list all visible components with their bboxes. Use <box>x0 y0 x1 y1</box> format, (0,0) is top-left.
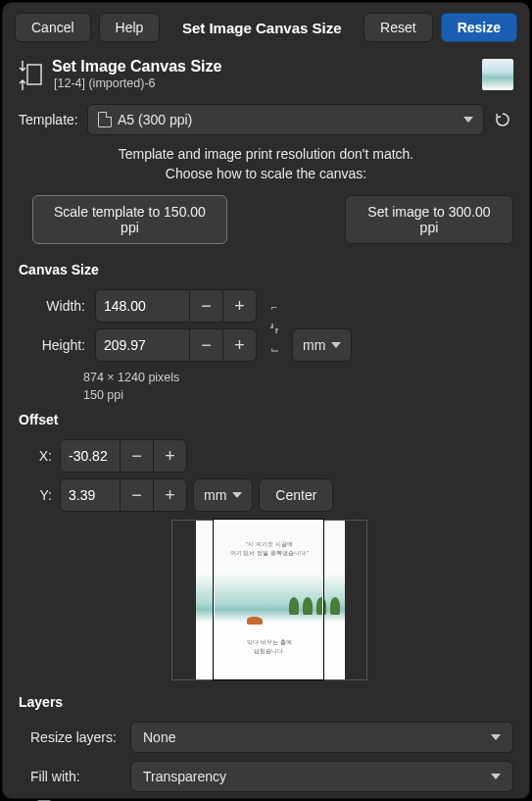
set-image-ppi-button[interactable]: Set image to 300.00 ppi <box>345 195 513 244</box>
width-spinner[interactable]: − + <box>95 289 257 323</box>
template-reset-button[interactable] <box>492 109 513 130</box>
offset-y-row: Y: − + mm Center <box>19 478 513 512</box>
chevron-down-icon <box>463 117 473 123</box>
fill-with-label: Fill with: <box>30 769 122 784</box>
center-button[interactable]: Center <box>259 478 333 512</box>
offset-y-plus-button[interactable]: + <box>153 479 186 511</box>
offset-x-spinner[interactable]: − + <box>60 439 187 473</box>
width-plus-button[interactable]: + <box>222 290 256 322</box>
height-spinner[interactable]: − + <box>95 328 257 362</box>
chevron-down-icon <box>491 774 501 779</box>
canvas-preview[interactable]: "시 지기요 시골에이기 있서 정말 행복댔습니다." 익다 비우는 춤에답렀습… <box>171 520 367 680</box>
chevron-down-icon <box>331 342 341 348</box>
fill-with-row: Fill with: Transparency <box>30 761 513 792</box>
width-input[interactable] <box>96 290 189 322</box>
help-button[interactable]: Help <box>99 13 161 42</box>
warning-line1: Template and image print resolution don'… <box>19 145 513 165</box>
ppi-value: 150 ppi <box>83 387 513 405</box>
chevron-down-icon <box>491 734 501 740</box>
canvas-unit-value: mm <box>303 337 325 353</box>
template-value: A5 (300 ppi) <box>118 112 192 127</box>
canvas-resize-icon <box>19 59 42 90</box>
width-row: Width: − + <box>28 289 257 323</box>
height-plus-button[interactable]: + <box>222 329 256 361</box>
resize-layers-select[interactable]: None <box>130 722 513 753</box>
titlebar: Cancel Help Set Image Canvas Size Reset … <box>3 3 529 52</box>
canvas-size-title: Canvas Size <box>19 262 513 277</box>
offset-y-input[interactable] <box>61 479 120 511</box>
offset-unit-select[interactable]: mm <box>193 478 253 512</box>
reset-button[interactable]: Reset <box>363 13 433 42</box>
canvas-unit-select[interactable]: mm <box>292 328 352 362</box>
document-icon <box>98 112 112 127</box>
template-row: Template: A5 (300 ppi) <box>19 104 513 135</box>
height-input[interactable] <box>96 329 189 361</box>
image-thumbnail <box>482 59 513 90</box>
offset-y-minus-button[interactable]: − <box>120 479 153 511</box>
header-title: Set Image Canvas Size <box>52 58 472 75</box>
offset-y-spinner[interactable]: − + <box>60 478 187 512</box>
offset-y-label: Y: <box>28 487 52 503</box>
link-bracket-bottom: ⌙ <box>270 343 279 356</box>
height-label: Height: <box>28 337 85 353</box>
chain-broken-icon <box>268 323 280 334</box>
template-label: Template: <box>19 112 79 127</box>
offset-x-minus-button[interactable]: − <box>120 440 153 472</box>
dialog-content: Set Image Canvas Size [12-4] (imported)-… <box>3 52 529 801</box>
offset-unit-value: mm <box>204 487 226 503</box>
pixel-dims: 874 × 1240 pixels <box>83 370 513 387</box>
header-row: Set Image Canvas Size [12-4] (imported)-… <box>19 58 513 90</box>
link-bracket-top: ⌐ <box>271 301 277 313</box>
fill-with-value: Transparency <box>143 769 226 784</box>
resize-layers-label: Resize layers: <box>30 729 122 745</box>
template-select[interactable]: A5 (300 ppi) <box>87 104 484 135</box>
dialog-title: Set Image Canvas Size <box>168 20 356 36</box>
svg-rect-0 <box>27 65 41 84</box>
aspect-link-toggle[interactable]: ⌐ ⌙ <box>266 301 282 356</box>
header-subtitle: [12-4] (imported)-6 <box>52 76 472 90</box>
offset-title: Offset <box>19 412 513 427</box>
dialog-window: Cancel Help Set Image Canvas Size Reset … <box>2 2 530 799</box>
fill-with-select[interactable]: Transparency <box>130 761 513 792</box>
scale-template-button[interactable]: Scale template to 150.00 ppi <box>32 195 227 244</box>
chevron-down-icon <box>232 492 242 498</box>
layers-title: Layers <box>19 694 513 710</box>
warning-line2: Choose how to scale the canvas: <box>19 165 513 184</box>
preview-canvas-frame[interactable] <box>214 520 323 679</box>
resolution-warning: Template and image print resolution don'… <box>19 145 513 183</box>
cancel-button[interactable]: Cancel <box>15 13 91 42</box>
width-minus-button[interactable]: − <box>189 290 222 322</box>
offset-x-label: X: <box>28 448 52 464</box>
height-row: Height: − + <box>28 328 257 362</box>
scale-buttons-row: Scale template to 150.00 ppi Set image t… <box>19 195 513 244</box>
height-minus-button[interactable]: − <box>189 329 222 361</box>
resize-layers-row: Resize layers: None <box>30 722 513 753</box>
resize-button[interactable]: Resize <box>441 13 517 42</box>
canvas-pixel-info: 874 × 1240 pixels 150 ppi <box>19 370 513 404</box>
offset-x-plus-button[interactable]: + <box>153 440 186 472</box>
width-label: Width: <box>28 298 85 314</box>
offset-x-row: X: − + <box>19 439 513 473</box>
offset-x-input[interactable] <box>61 440 120 472</box>
resize-layers-value: None <box>143 729 175 745</box>
